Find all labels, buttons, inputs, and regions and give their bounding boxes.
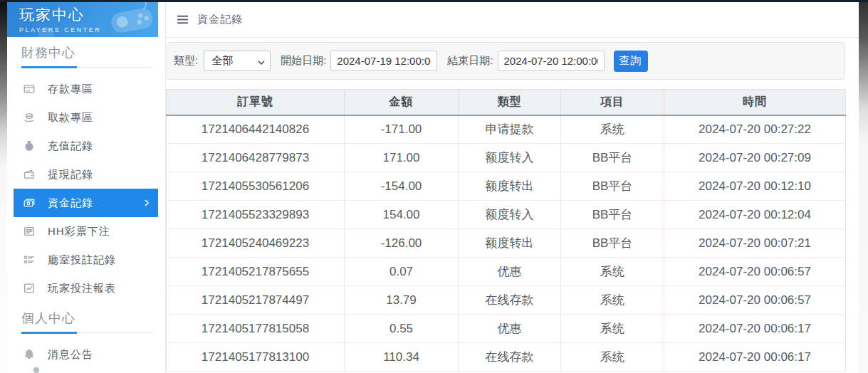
cell-amount: -126.00	[345, 229, 459, 258]
cell-item: 系统	[561, 343, 664, 372]
table-row: 1721405240469223-126.00额度转出BB平台2024-07-2…	[167, 229, 846, 258]
cell-time: 2024-07-20 00:27:22	[664, 115, 846, 144]
type-select[interactable]: 全部	[204, 51, 271, 71]
cell-item: 系统	[561, 315, 664, 343]
sidebar-item-hall-bet-records[interactable]: 廳室投註記錄	[14, 246, 158, 274]
banknote-icon	[22, 196, 36, 210]
hand-coins-icon	[22, 110, 36, 125]
cell-item: 系统	[561, 258, 664, 286]
list-icon	[22, 224, 36, 238]
cell-order: 1721405217874497	[167, 286, 345, 315]
sidebar-sections: 財務中心 存款專區 取款專區 ¥ 充值記錄 提現記錄 資金記錄 HH彩票下注	[7, 44, 165, 369]
cell-time: 2024-07-20 00:06:17	[664, 315, 846, 343]
type-label: 類型:	[174, 54, 198, 68]
window-top-edge	[0, 0, 868, 2]
cell-time: 2024-07-20 00:12:10	[664, 172, 846, 201]
cell-item: 系统	[561, 286, 664, 315]
start-date-input[interactable]	[330, 51, 437, 71]
sidebar-item-deposit-zone[interactable]: 存款專區	[14, 75, 158, 103]
chevron-right-icon	[142, 199, 151, 207]
cell-time: 2024-07-20 00:06:17	[664, 343, 846, 372]
sidebar-item-withdraw-zone[interactable]: 取款專區	[14, 103, 158, 132]
cell-type: 额度转入	[459, 144, 561, 172]
cell-order: 1721406428779873	[167, 144, 345, 172]
cell-amount: -171.00	[345, 115, 459, 144]
tasklist-icon	[22, 253, 36, 267]
cell-order: 1721406442140826	[167, 115, 345, 144]
cell-type: 额度转出	[459, 229, 561, 258]
sidebar-section: 個人中心 消息公告	[7, 310, 165, 369]
cell-amount: 13.79	[345, 286, 459, 315]
cell-amount: 0.55	[345, 315, 459, 343]
cell-amount: 110.34	[345, 343, 459, 372]
column-header: 項目	[561, 90, 664, 115]
table-row: 1721405177813100110.34在线存款系统2024-07-20 0…	[167, 343, 846, 372]
page-title: 資金記錄	[197, 13, 243, 26]
chevron-down-icon	[257, 57, 266, 69]
search-button[interactable]: 查詢	[614, 51, 648, 72]
cell-order: 1721405523329893	[167, 201, 345, 229]
cell-order: 1721405530561206	[167, 172, 345, 201]
type-select-value: 全部	[211, 54, 233, 68]
cell-item: BB平台	[561, 172, 664, 201]
profile-icon[interactable]	[29, 366, 43, 373]
svg-text:¥: ¥	[28, 144, 31, 149]
cell-type: 优惠	[459, 258, 561, 286]
sidebar: 玩家中心 PLAYERS CENTER 財務中心 存款專區	[7, 0, 166, 373]
sidebar-item-withdrawal-records[interactable]: 提現記錄	[14, 160, 158, 189]
cell-time: 2024-07-20 00:12:04	[664, 201, 846, 229]
cell-item: BB平台	[561, 144, 664, 172]
cell-order: 1721405217875655	[167, 258, 345, 286]
section-heading: 財務中心	[21, 44, 165, 61]
cell-type: 额度转入	[459, 201, 561, 229]
deposit-card-icon	[22, 82, 36, 96]
table-header-row: 訂單號金額類型項目時間	[167, 90, 846, 115]
sidebar-item-notices[interactable]: 消息公告	[14, 340, 158, 369]
column-header: 訂單號	[167, 90, 345, 115]
cell-order: 1721405240469223	[167, 229, 345, 258]
cell-amount: 171.00	[345, 144, 459, 172]
cell-type: 在线存款	[459, 343, 561, 372]
column-header: 類型	[459, 90, 561, 115]
table-row: 1721406442140826-171.00申请提款系统2024-07-20 …	[167, 115, 846, 144]
bell-icon	[22, 347, 36, 362]
sidebar-item-fund-records[interactable]: 資金記錄	[14, 189, 158, 217]
cell-amount: -154.00	[345, 172, 459, 201]
end-date-label: 結束日期:	[447, 54, 493, 68]
sidebar-item-player-bet-report[interactable]: 玩家投注報表	[14, 274, 158, 303]
cell-order: 1721405177813100	[167, 343, 345, 372]
cell-time: 2024-07-20 00:07:21	[664, 229, 846, 258]
wallet-icon	[22, 167, 36, 182]
main-content: 資金記錄 類型: 全部 開始日期: 結束日期: 查詢 訂單號金額類型項目時間 1…	[166, 0, 859, 373]
chart-icon	[22, 281, 36, 295]
column-header: 時間	[664, 90, 846, 115]
table-row: 17214052178756550.07优惠系统2024-07-20 00:06…	[167, 258, 846, 286]
filter-bar: 類型: 全部 開始日期: 結束日期: 查詢	[167, 42, 845, 80]
topbar: 資金記錄	[166, 2, 859, 38]
start-date-label: 開始日期:	[281, 54, 326, 68]
section-divider	[21, 332, 151, 334]
left-edge-strip	[0, 0, 7, 373]
cell-item: BB平台	[561, 201, 664, 229]
funds-table: 訂單號金額類型項目時間 1721406442140826-171.00申请提款系…	[166, 89, 846, 372]
table-row: 172140521787449713.79在线存款系统2024-07-20 00…	[167, 286, 846, 315]
cell-amount: 0.07	[345, 258, 459, 286]
cell-time: 2024-07-20 00:06:57	[664, 286, 846, 315]
money-bag-icon: ¥	[22, 139, 36, 153]
cell-item: 系统	[561, 115, 664, 144]
table-row: 1721405523329893154.00额度转入BB平台2024-07-20…	[167, 201, 846, 229]
sidebar-section: 財務中心 存款專區 取款專區 ¥ 充值記錄 提現記錄 資金記錄 HH彩票下注	[7, 44, 165, 303]
page: 玩家中心 PLAYERS CENTER 財務中心 存款專區	[0, 0, 868, 373]
end-date-input[interactable]	[498, 51, 605, 71]
cell-type: 申请提款	[459, 115, 561, 144]
table-row: 1721405530561206-154.00额度转出BB平台2024-07-2…	[167, 172, 846, 201]
cell-order: 1721405177815058	[167, 315, 345, 343]
table-row: 17214051778150580.55优惠系统2024-07-20 00:06…	[167, 315, 846, 343]
menu-icon[interactable]	[173, 11, 192, 29]
sidebar-item-recharge-records[interactable]: ¥ 充值記錄	[14, 132, 158, 160]
cell-type: 额度转出	[459, 172, 561, 201]
sidebar-item-hh-lottery-bets[interactable]: HH彩票下注	[14, 217, 158, 246]
section-divider	[21, 66, 151, 68]
table-row: 1721406428779873171.00额度转入BB平台2024-07-20…	[167, 144, 846, 172]
cell-type: 在线存款	[459, 286, 561, 315]
